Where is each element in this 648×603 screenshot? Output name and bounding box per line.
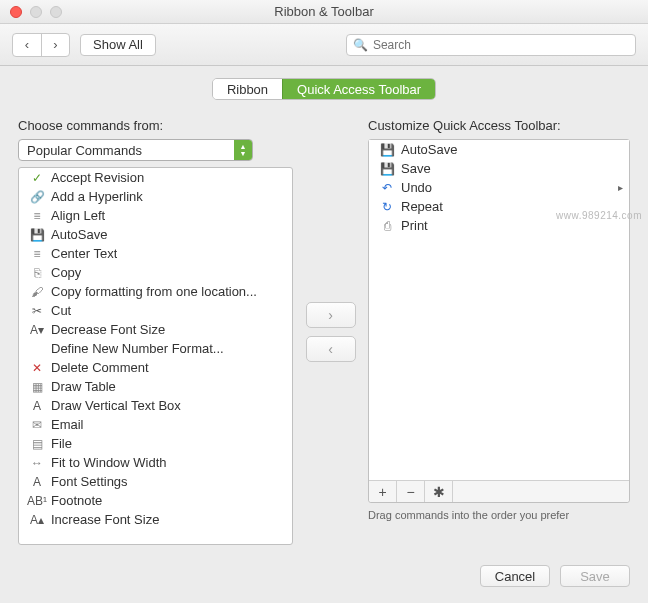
command-icon: 💾 — [379, 161, 395, 177]
qat-panel: Customize Quick Access Toolbar: 💾AutoSav… — [368, 118, 630, 545]
forward-button[interactable]: › — [41, 34, 69, 56]
list-item[interactable]: ↔Fit to Window Width — [19, 453, 292, 472]
command-label: Email — [51, 417, 84, 432]
show-all-label: Show All — [93, 37, 143, 52]
plus-icon: + — [378, 484, 386, 500]
list-item[interactable]: A▴Increase Font Size — [19, 510, 292, 529]
list-item[interactable]: ≡Align Left — [19, 206, 292, 225]
command-icon: AB¹ — [29, 493, 45, 509]
tab-quick-access-toolbar[interactable]: Quick Access Toolbar — [282, 79, 435, 99]
list-item[interactable]: A▾Decrease Font Size — [19, 320, 292, 339]
list-item[interactable]: ▤File — [19, 434, 292, 453]
command-icon — [29, 341, 45, 357]
list-item[interactable]: ✉Email — [19, 415, 292, 434]
settings-button[interactable]: ✱ — [425, 481, 453, 502]
add-command-button[interactable]: › — [306, 302, 356, 328]
search-icon: 🔍 — [353, 38, 368, 52]
qat-commands-list[interactable]: 💾AutoSave💾Save↶Undo↻Repeat⎙Print — [369, 140, 629, 480]
customize-qat-label: Customize Quick Access Toolbar: — [368, 118, 630, 133]
command-icon: ↔ — [29, 455, 45, 471]
command-icon: ✕ — [29, 360, 45, 376]
command-icon: ⎙ — [379, 218, 395, 234]
watermark: www.989214.com — [556, 210, 642, 221]
command-icon: ▦ — [29, 379, 45, 395]
cancel-button[interactable]: Cancel — [480, 565, 550, 587]
list-item[interactable]: ADraw Vertical Text Box — [19, 396, 292, 415]
command-label: Delete Comment — [51, 360, 149, 375]
list-item[interactable]: 💾Save — [369, 159, 629, 178]
show-all-button[interactable]: Show All — [80, 34, 156, 56]
command-label: Fit to Window Width — [51, 455, 167, 470]
command-icon: A — [29, 474, 45, 490]
tab-qat-label: Quick Access Toolbar — [297, 82, 421, 97]
command-icon: 🔗 — [29, 189, 45, 205]
list-item[interactable]: ⎘Copy — [19, 263, 292, 282]
list-item[interactable]: Define New Number Format... — [19, 339, 292, 358]
list-item[interactable]: 💾AutoSave — [19, 225, 292, 244]
dropdown-value: Popular Commands — [19, 143, 234, 158]
choose-commands-label: Choose commands from: — [18, 118, 293, 133]
command-label: Draw Vertical Text Box — [51, 398, 181, 413]
gear-icon: ✱ — [433, 484, 445, 500]
list-item[interactable]: ↶Undo — [369, 178, 629, 197]
command-icon: ▤ — [29, 436, 45, 452]
list-item[interactable]: ≡Center Text — [19, 244, 292, 263]
list-item[interactable]: 🖌Copy formatting from one location... — [19, 282, 292, 301]
command-icon: ⎘ — [29, 265, 45, 281]
command-label: AutoSave — [401, 142, 457, 157]
command-icon: A▾ — [29, 322, 45, 338]
command-icon: 💾 — [379, 142, 395, 158]
footer: Cancel Save — [0, 555, 648, 587]
command-label: Repeat — [401, 199, 443, 214]
chevron-left-icon: ‹ — [328, 341, 333, 357]
chevron-right-icon: › — [328, 307, 333, 323]
command-icon: ↻ — [379, 199, 395, 215]
columns: Choose commands from: Popular Commands ▲… — [18, 118, 630, 545]
tab-ribbon[interactable]: Ribbon — [213, 79, 282, 99]
dropdown-stepper-icon: ▲▼ — [234, 140, 252, 160]
command-label: Add a Hyperlink — [51, 189, 143, 204]
minus-icon: − — [406, 484, 414, 500]
save-label: Save — [580, 569, 610, 584]
command-icon: 🖌 — [29, 284, 45, 300]
list-item[interactable]: ✓Accept Revision — [19, 168, 292, 187]
command-label: Font Settings — [51, 474, 128, 489]
list-item[interactable]: ✂Cut — [19, 301, 292, 320]
command-icon: 💾 — [29, 227, 45, 243]
command-icon: ↶ — [379, 180, 395, 196]
list-item[interactable]: ▦Draw Table — [19, 377, 292, 396]
command-icon: ≡ — [29, 246, 45, 262]
tab-group: Ribbon Quick Access Toolbar — [212, 78, 436, 100]
command-icon: ✓ — [29, 170, 45, 186]
list-item[interactable]: ✕Delete Comment — [19, 358, 292, 377]
add-item-button[interactable]: + — [369, 481, 397, 502]
list-item[interactable]: 💾AutoSave — [369, 140, 629, 159]
chevron-left-icon: ‹ — [25, 37, 29, 52]
command-label: Cut — [51, 303, 71, 318]
remove-item-button[interactable]: − — [397, 481, 425, 502]
command-label: Copy formatting from one location... — [51, 284, 257, 299]
nav-buttons: ‹ › — [12, 33, 70, 57]
back-button[interactable]: ‹ — [13, 34, 41, 56]
list-item[interactable]: AB¹Footnote — [19, 491, 292, 510]
command-label: AutoSave — [51, 227, 107, 242]
commands-source-dropdown[interactable]: Popular Commands ▲▼ — [18, 139, 253, 161]
command-icon: ✂ — [29, 303, 45, 319]
tab-ribbon-label: Ribbon — [227, 82, 268, 97]
command-icon: A — [29, 398, 45, 414]
available-commands-list[interactable]: ✓Accept Revision🔗Add a Hyperlink≡Align L… — [18, 167, 293, 545]
window-toolbar: ‹ › Show All 🔍 — [0, 24, 648, 66]
remove-command-button[interactable]: ‹ — [306, 336, 356, 362]
command-icon: ✉ — [29, 417, 45, 433]
save-button[interactable]: Save — [560, 565, 630, 587]
search-input[interactable] — [346, 34, 636, 56]
titlebar: Ribbon & Toolbar — [0, 0, 648, 24]
command-icon: ≡ — [29, 208, 45, 224]
list-item[interactable]: AFont Settings — [19, 472, 292, 491]
qat-list-toolbar: + − ✱ — [369, 480, 629, 502]
command-label: Define New Number Format... — [51, 341, 224, 356]
window-title: Ribbon & Toolbar — [0, 4, 648, 19]
command-label: Print — [401, 218, 428, 233]
list-item[interactable]: 🔗Add a Hyperlink — [19, 187, 292, 206]
chevron-right-icon: › — [53, 37, 57, 52]
